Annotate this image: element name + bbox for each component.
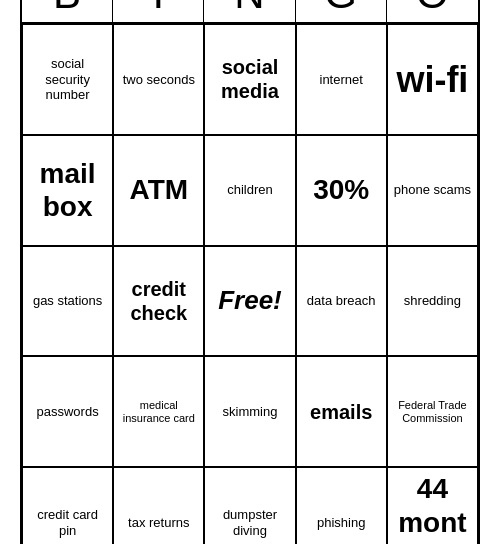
bingo-cell-1: two seconds [113, 24, 204, 135]
bingo-card: BINGO social security numbertwo secondss… [20, 0, 480, 544]
bingo-cell-3: internet [296, 24, 387, 135]
bingo-cell-11: credit check [113, 246, 204, 357]
bingo-header: BINGO [22, 0, 478, 24]
bingo-letter: O [387, 0, 478, 22]
bingo-cell-24: 44 months [387, 467, 478, 544]
bingo-cell-10: gas stations [22, 246, 113, 357]
bingo-cell-2: social media [204, 24, 295, 135]
bingo-letter: I [113, 0, 204, 22]
bingo-letter: N [204, 0, 295, 22]
bingo-cell-19: Federal Trade Commission [387, 356, 478, 467]
bingo-cell-7: children [204, 135, 295, 246]
bingo-cell-21: tax returns [113, 467, 204, 544]
bingo-grid: social security numbertwo secondssocial … [22, 24, 478, 544]
bingo-letter: G [296, 0, 387, 22]
bingo-cell-16: medical insurance card [113, 356, 204, 467]
bingo-cell-13: data breach [296, 246, 387, 357]
bingo-cell-20: credit card pin [22, 467, 113, 544]
bingo-cell-5: mail box [22, 135, 113, 246]
bingo-cell-22: dumpster diving [204, 467, 295, 544]
bingo-cell-14: shredding [387, 246, 478, 357]
bingo-cell-0: social security number [22, 24, 113, 135]
bingo-cell-8: 30% [296, 135, 387, 246]
bingo-cell-18: emails [296, 356, 387, 467]
bingo-cell-12: Free! [204, 246, 295, 357]
bingo-cell-17: skimming [204, 356, 295, 467]
bingo-cell-6: ATM [113, 135, 204, 246]
bingo-cell-23: phishing [296, 467, 387, 544]
bingo-cell-15: passwords [22, 356, 113, 467]
bingo-cell-9: phone scams [387, 135, 478, 246]
bingo-letter: B [22, 0, 113, 22]
bingo-cell-4: wi-fi [387, 24, 478, 135]
